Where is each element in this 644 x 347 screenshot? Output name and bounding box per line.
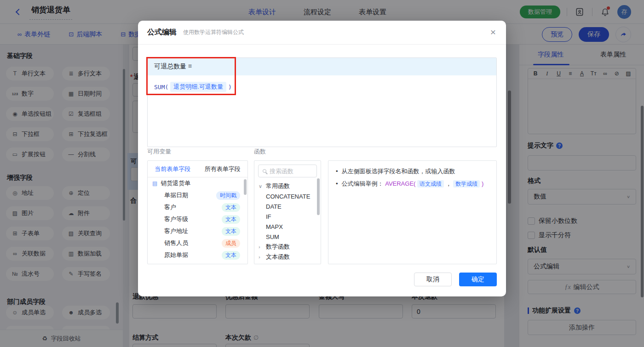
function-group-name: 文本函数 (266, 253, 290, 261)
functions-panel: ∨常用函数CONCATENATEDATEIFMAPXSUM›数学函数›文本函数 (254, 160, 321, 264)
variable-name: 销售人员 (164, 239, 188, 247)
formula-field-token[interactable]: 退货明细.可退数量 (170, 82, 226, 92)
search-icon (263, 169, 266, 173)
modal-header: 公式编辑 使用数学运算符编辑公式 × (138, 21, 506, 45)
variable-type-badge: 时间戳 (216, 191, 240, 200)
tab-current-form-fields[interactable]: 当前表单字段 (148, 161, 198, 177)
function-item[interactable]: CONCATENATE (254, 191, 321, 201)
help-tip-1: 从左侧面板选择字段名和函数，或输入函数 (342, 167, 455, 176)
variable-type-badge: 文本 (222, 251, 240, 260)
app-root: 销货退货单 表单设计流程设定表单设置 数据管理 存 ∞表单外链⊡后端脚本⊟数据权… (0, 0, 644, 347)
formula-function: SUM( (154, 84, 168, 91)
variable-row[interactable]: 客户文本 (148, 201, 247, 213)
form-tree-root[interactable]: ▤ 销货退货单 (148, 177, 247, 189)
function-search (258, 165, 317, 177)
function-item[interactable]: DATE (254, 201, 321, 211)
formula-help-panel: • 从左侧面板选择字段名和函数，或输入函数 • 公式编辑举例： AVERAGE(… (328, 160, 497, 264)
tab-all-form-fields[interactable]: 所有表单字段 (198, 161, 248, 177)
function-item[interactable]: IF (254, 211, 321, 222)
variables-scrollbar[interactable] (244, 179, 247, 195)
close-icon[interactable]: × (490, 27, 496, 37)
function-group-collapsed[interactable]: ›文本函数 (254, 252, 321, 262)
document-icon: ▤ (152, 180, 157, 187)
example-field-token: 数学成绩 (453, 180, 480, 188)
formula-input-area[interactable]: 可退总数量 = SUM( 退货明细.可退数量 ) (147, 57, 497, 147)
confirm-button[interactable]: 确定 (459, 273, 497, 286)
formula-target: 可退总数量 = (148, 58, 496, 75)
variable-name: 原始单据 (164, 251, 188, 259)
bullet: • (336, 179, 338, 188)
bullet: • (336, 167, 338, 176)
formula-editor-modal: 公式编辑 使用数学运算符编辑公式 × 可退总数量 = SUM( 退货明细.可退数… (138, 21, 506, 296)
variable-name: 客户 (164, 203, 176, 211)
variables-panel: 当前表单字段 所有表单字段 ▤ 销货退货单 单据日期时间戳客户文本客户等级文本客… (147, 160, 248, 264)
variable-name: 客户等级 (164, 215, 188, 223)
modal-subtitle: 使用数学运算符编辑公式 (183, 28, 244, 36)
example-function-name: AVERAGE( (385, 180, 415, 187)
variable-row[interactable]: 销售人员成员 (148, 237, 247, 249)
functions-label: 函数 (254, 148, 266, 156)
function-group-collapsed[interactable]: ›数学函数 (254, 242, 321, 252)
variables-label: 可用变量 (147, 148, 171, 156)
function-search-input[interactable] (270, 168, 311, 175)
function-item[interactable]: SUM (254, 232, 321, 242)
variable-row[interactable]: 客户地址文本 (148, 225, 247, 237)
variable-row[interactable]: 单据日期时间戳 (148, 189, 247, 201)
chevron-right-icon: › (259, 254, 263, 260)
function-item[interactable]: MAPX (254, 222, 321, 232)
cancel-button[interactable]: 取消 (414, 273, 452, 286)
function-group-name: 常用函数 (266, 182, 290, 190)
modal-title: 公式编辑 (147, 28, 177, 37)
example-field-token: 语文成绩 (417, 180, 444, 188)
help-tip-2: 公式编辑举例： AVERAGE( 语文成绩 ， 数学成绩 ) (342, 179, 484, 188)
chevron-right-icon: › (259, 244, 263, 250)
chevron-down-icon: ∨ (259, 183, 263, 189)
variable-name: 单据日期 (164, 191, 188, 199)
variable-type-badge: 文本 (222, 215, 240, 224)
formula-close-paren: ) (228, 84, 232, 91)
function-group-expanded[interactable]: ∨常用函数 (254, 181, 321, 191)
variable-row[interactable]: 原始单据文本 (148, 249, 247, 261)
functions-scrollbar[interactable] (317, 178, 320, 215)
variable-name: 客户地址 (164, 227, 188, 235)
variable-type-badge: 文本 (222, 227, 240, 236)
variable-type-badge: 文本 (222, 203, 240, 212)
variable-type-badge: 成员 (222, 239, 240, 248)
variable-row[interactable]: 客户等级文本 (148, 213, 247, 225)
function-group-name: 数学函数 (266, 243, 290, 251)
